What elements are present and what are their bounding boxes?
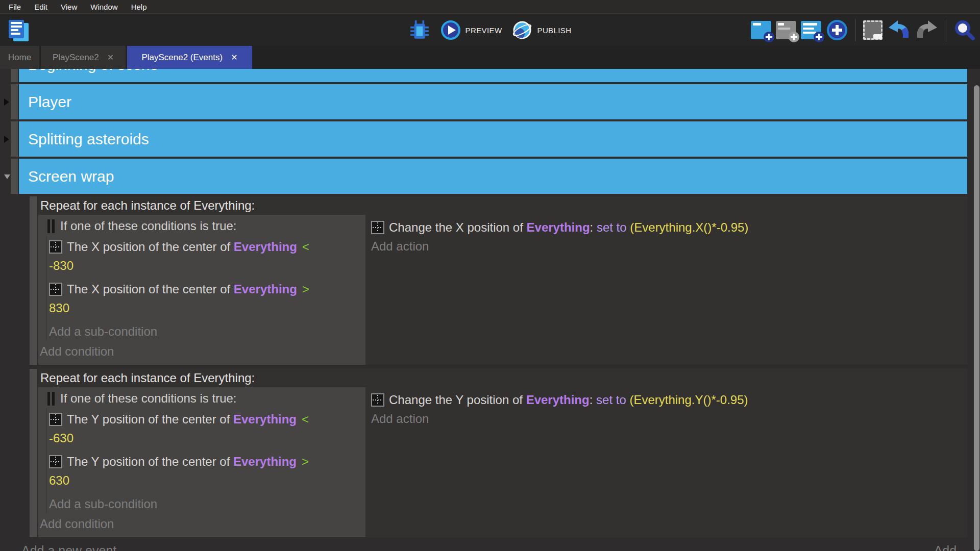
close-icon[interactable]: ✕ [231,54,237,62]
drag-handle[interactable] [30,369,37,537]
conditions-panel: If one of these conditions is true: The … [38,215,365,365]
menu-bar: File Edit View Window Help [0,0,980,14]
debug-icon[interactable] [409,19,430,41]
repeat-header[interactable]: Repeat for each instance of Everything: [38,369,967,387]
object-name: Everything [526,393,590,407]
condition-value: -830 [49,256,365,275]
preview-button[interactable]: PREVIEW [440,20,502,40]
chevron-right-icon[interactable] [4,98,9,106]
group-title: Beginning of scene [28,69,158,73]
action-verb: set to [597,220,630,234]
condition-text: The X position of the center of [67,282,234,296]
doc-line [803,28,814,30]
group-title: Screen wrap [28,168,114,185]
events-footer: Add a new event Add... [0,543,967,551]
add-new-event-link[interactable]: Add a new event [21,543,116,551]
or-condition-header[interactable]: If one of these conditions is true: [47,216,365,236]
action-text: Change the X position of [389,220,527,234]
add-circle-icon[interactable] [826,19,848,41]
menu-edit[interactable]: Edit [28,0,54,14]
drag-handle[interactable] [11,121,18,157]
group-header-bar[interactable]: Player [19,84,967,119]
object-name: Everything [527,220,590,234]
condition-text: The Y position of the center of [67,412,233,426]
vertical-scrollbar[interactable] [974,85,979,551]
group-title: Splitting asteroids [28,131,149,148]
menu-help[interactable]: Help [125,0,154,14]
action-separator: : [590,393,596,407]
sub-conditions-block: The Y position of the center of Everythi… [46,409,365,513]
condition-text: The X position of the center of [67,240,234,254]
add-event-icon[interactable] [751,21,771,39]
publish-globe-icon [512,20,532,40]
object-name: Everything [233,455,297,468]
doc-line [803,23,817,26]
close-icon[interactable]: ✕ [107,54,114,62]
condition-value: 830 [49,298,365,317]
add-action-link[interactable]: Add action [371,409,967,428]
action-row[interactable]: Change the Y position of Everything: set… [371,390,967,409]
search-icon[interactable] [953,19,976,41]
redo-icon[interactable] [915,19,939,41]
add-subcondition-link[interactable]: Add a sub-condition [47,322,365,341]
drag-handle[interactable] [30,196,37,365]
menu-file[interactable]: File [2,0,28,14]
operator: < [302,240,309,254]
condition-row[interactable]: The Y position of the center of Everythi… [47,410,365,447]
tab-playscene2-events[interactable]: PlayScene2 (Events) ✕ [127,46,252,69]
publish-button[interactable]: PUBLISH [512,20,571,40]
plus-badge-icon [789,32,799,42]
menu-window[interactable]: Window [84,0,124,14]
or-icon [47,219,55,233]
add-subevent-icon[interactable] [776,21,796,39]
repeat-header[interactable]: Repeat for each instance of Everything: [38,196,967,215]
paste-events-icon[interactable] [863,20,883,40]
screen-wrap-events: Repeat for each instance of Everything: … [0,196,967,537]
or-condition-header[interactable]: If one of these conditions is true: [47,388,365,409]
add-condition-link[interactable]: Add condition [40,514,365,533]
position-icon [49,413,62,426]
drag-handle[interactable] [11,69,18,82]
event-body: Repeat for each instance of Everything: … [38,369,967,537]
action-formula: (Everything.Y()*-0.95) [629,393,748,407]
action-row[interactable]: Change the X position of Everything: set… [371,218,967,237]
tab-playscene2[interactable]: PlayScene2 ✕ [41,46,126,69]
main-toolbar: PREVIEW PUBLISH [0,14,980,46]
condition-row[interactable]: The X position of the center of Everythi… [47,237,365,275]
add-condition-link[interactable]: Add condition [40,342,365,361]
tab-home[interactable]: Home [0,46,39,69]
add-more-link[interactable]: Add... [934,543,967,551]
menu-view[interactable]: View [54,0,84,14]
condition-row[interactable]: The X position of the center of Everythi… [47,280,365,317]
undo-icon[interactable] [887,19,911,41]
position-icon [49,240,62,254]
add-comment-icon[interactable] [801,21,821,39]
object-name: Everything [234,282,297,296]
action-verb: set to [596,393,629,407]
doc-line [778,23,784,26]
chevron-right-icon[interactable] [4,136,9,143]
toolbar-right [751,14,976,46]
condition-row[interactable]: The Y position of the center of Everythi… [47,452,365,490]
group-player[interactable]: Player [11,84,967,119]
group-splitting-asteroids[interactable]: Splitting asteroids [11,121,967,157]
operator: < [302,412,309,426]
sub-conditions-block: The X position of the center of Everythi… [46,236,365,341]
add-action-link[interactable]: Add action [371,237,967,256]
drag-handle[interactable] [11,84,18,119]
group-header-bar[interactable]: Screen wrap [19,159,967,194]
publish-label: PUBLISH [537,26,571,35]
group-beginning-of-scene[interactable]: Beginning of scene [11,69,967,82]
group-screen-wrap[interactable]: Screen wrap [11,159,967,194]
add-subcondition-link[interactable]: Add a sub-condition [47,494,365,513]
actions-panel: Change the Y position of Everything: set… [365,387,967,537]
group-title: Player [28,93,71,111]
group-header-bar[interactable]: Beginning of scene [19,69,967,82]
position-icon [49,283,62,296]
chevron-down-icon[interactable] [4,174,10,179]
drag-handle[interactable] [11,159,18,194]
repeat-event-y: Repeat for each instance of Everything: … [30,369,967,537]
group-header-bar[interactable]: Splitting asteroids [19,121,967,157]
events-sheet: Beginning of scene Player Splitting aste… [0,69,980,551]
or-header-text: If one of these conditions is true: [60,388,237,409]
